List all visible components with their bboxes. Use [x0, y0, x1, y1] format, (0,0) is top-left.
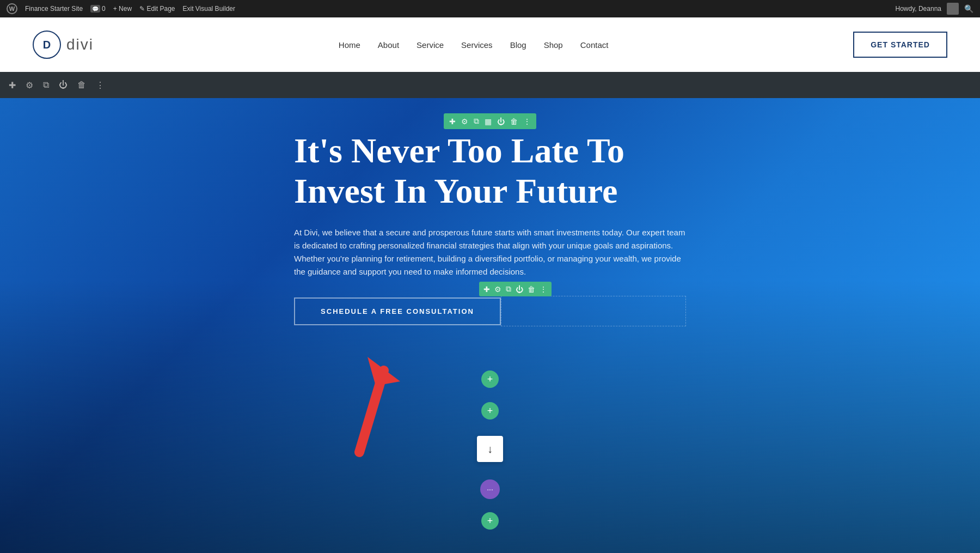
site-name-link[interactable]: Finance Starter Site [25, 5, 83, 13]
nav-home[interactable]: Home [339, 40, 360, 50]
logo-area: D divi [33, 31, 94, 59]
divi-builder-bar: ✚ ⚙ ⧉ ⏻ 🗑 ⋮ [0, 72, 980, 98]
hero-content: It's Never Too Late To Invest In Your Fu… [272, 98, 708, 348]
wp-logo[interactable]: W [7, 3, 17, 14]
admin-search-icon[interactable]: 🔍 [964, 4, 973, 13]
nav-services[interactable]: Services [461, 40, 493, 50]
cta-button[interactable]: SCHEDULE A FREE CONSULTATION [294, 297, 501, 325]
row-columns-icon[interactable]: ▦ [485, 117, 492, 126]
row-toolbar: ✚ ⚙ ⧉ ▦ ⏻ 🗑 ⋮ [444, 113, 536, 129]
divi-settings-icon[interactable]: ⚙ [26, 80, 33, 90]
module-power-icon[interactable]: ⏻ [516, 285, 523, 294]
divi-add-icon[interactable]: ✚ [9, 80, 16, 90]
main-nav: Home About Service Services Blog Shop Co… [339, 40, 609, 50]
admin-avatar[interactable] [947, 3, 959, 15]
row-power-icon[interactable]: ⏻ [497, 117, 505, 126]
admin-bar: W Finance Starter Site 💬 0 + New ✎ Edit … [0, 0, 980, 17]
scroll-down-button[interactable]: ↓ [477, 436, 503, 462]
logo-text: divi [66, 36, 94, 53]
module-trash-icon[interactable]: 🗑 [528, 285, 535, 294]
get-started-button[interactable]: GET STARTED [853, 32, 947, 58]
nav-blog[interactable]: Blog [510, 40, 526, 50]
hero-title: It's Never Too Late To Invest In Your Fu… [294, 131, 686, 211]
logo-circle[interactable]: D [33, 31, 61, 59]
module-toolbar: ✚ ⚙ ⧉ ⏻ 🗑 ⋮ [479, 282, 552, 296]
module-more-icon[interactable]: ⋮ [540, 285, 547, 294]
row-settings-icon[interactable]: ⚙ [461, 117, 468, 126]
comment-bubble-icon: 💬 [90, 5, 100, 13]
divi-copy-icon[interactable]: ⧉ [43, 80, 49, 90]
module-add-icon[interactable]: ✚ [483, 285, 490, 294]
hero-section: ✚ ⚙ ⧉ ▦ ⏻ 🗑 ⋮ It's Never Too Late To Inv… [0, 98, 980, 553]
module-settings-icon[interactable]: ⚙ [494, 285, 501, 294]
divi-power-icon[interactable]: ⏻ [59, 80, 68, 90]
row-more-icon[interactable]: ⋮ [523, 117, 531, 126]
module-copy-icon[interactable]: ⧉ [506, 284, 511, 294]
divi-trash-icon[interactable]: 🗑 [77, 80, 86, 90]
nav-shop[interactable]: Shop [544, 40, 563, 50]
add-row-circle[interactable]: + [481, 402, 499, 420]
new-link[interactable]: + New [113, 5, 132, 13]
howdy-text: Howdy, Deanna [896, 5, 942, 13]
add-module-circle[interactable]: + [481, 370, 499, 388]
hero-description: At Divi, we believe that a secure and pr… [294, 226, 686, 278]
nav-contact[interactable]: Contact [580, 40, 609, 50]
button-placeholder [501, 296, 686, 326]
button-row: SCHEDULE A FREE CONSULTATION ✚ ⚙ ⧉ ⏻ 🗑 ⋮ [294, 296, 686, 326]
nav-about[interactable]: About [378, 40, 399, 50]
divi-more-icon[interactable]: ⋮ [96, 80, 105, 90]
chat-bubble-button[interactable]: ··· [480, 479, 500, 499]
comments-link[interactable]: 💬 0 [90, 5, 106, 13]
exit-builder-link[interactable]: Exit Visual Builder [182, 5, 235, 13]
row-add-icon[interactable]: ✚ [449, 117, 456, 126]
row-trash-icon[interactable]: 🗑 [510, 117, 518, 126]
add-section-circle[interactable]: + [481, 512, 499, 530]
row-copy-icon[interactable]: ⧉ [474, 117, 479, 126]
main-header: D divi Home About Service Services Blog … [0, 17, 980, 72]
edit-page-link[interactable]: ✎ Edit Page [139, 5, 175, 13]
nav-service[interactable]: Service [416, 40, 444, 50]
